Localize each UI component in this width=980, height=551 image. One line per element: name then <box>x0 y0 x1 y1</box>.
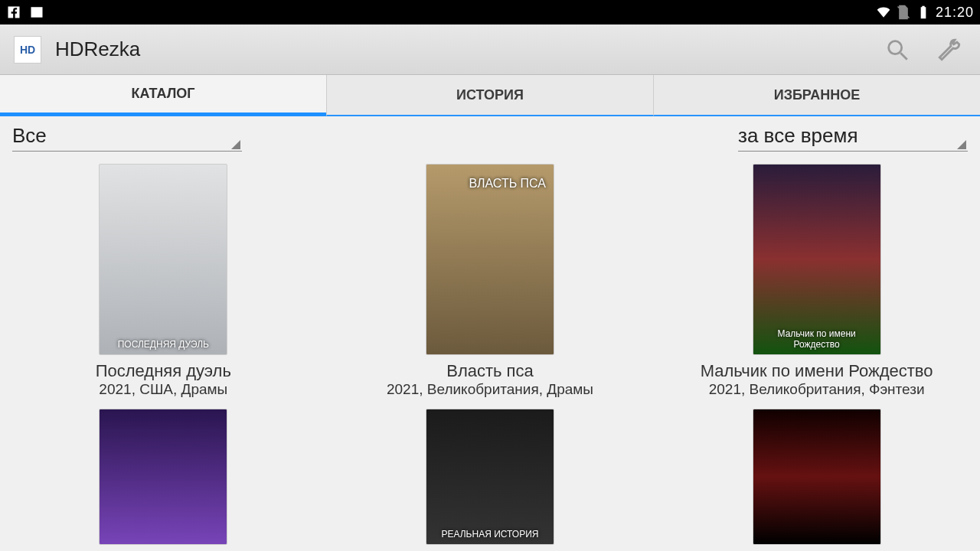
movie-meta: 2021, Великобритания, Фэнтези <box>709 381 925 398</box>
movie-title: Власть пса <box>446 361 534 381</box>
movie-cell[interactable]: ВЛАСТЬ ПСАВласть пса2021, Великобритания… <box>327 164 654 409</box>
movie-meta: 2021, США, Драмы <box>99 381 227 398</box>
movie-cell[interactable]: Мальчик по имени РождествоМальчик по име… <box>653 164 980 409</box>
settings-wrench-icon[interactable] <box>933 33 966 67</box>
app-logo: HD <box>14 36 41 64</box>
movie-title: Мальчик по имени Рождество <box>701 361 933 381</box>
clock: 21:20 <box>936 5 974 21</box>
period-spinner[interactable]: за все время <box>738 122 968 152</box>
movie-title: Последняя дуэль <box>96 361 231 381</box>
status-bar: 21:20 <box>0 0 980 24</box>
movie-poster[interactable] <box>99 409 227 545</box>
movie-cell[interactable]: ПОСЛЕДНЯЯ ДУЭЛЬПоследняя дуэль2021, США,… <box>0 164 327 409</box>
movie-cell[interactable] <box>653 409 980 551</box>
facebook-icon <box>6 5 21 20</box>
battery-icon <box>916 5 931 20</box>
wifi-icon <box>876 5 891 20</box>
category-spinner[interactable]: Все <box>12 122 242 152</box>
svg-line-1 <box>900 53 907 60</box>
movie-grid: ПОСЛЕДНЯЯ ДУЭЛЬПоследняя дуэль2021, США,… <box>0 155 980 551</box>
movie-poster[interactable]: ПОСЛЕДНЯЯ ДУЭЛЬ <box>99 164 227 355</box>
poster-overlay-text: ВЛАСТЬ ПСА <box>426 165 554 354</box>
movie-cell[interactable] <box>0 409 327 551</box>
dropdown-triangle-icon <box>231 140 240 149</box>
movie-poster[interactable]: ВЛАСТЬ ПСА <box>426 164 554 355</box>
movie-poster[interactable] <box>753 409 881 545</box>
dropdown-triangle-icon <box>957 140 966 149</box>
svg-point-0 <box>889 41 902 54</box>
no-sim-icon <box>896 5 911 20</box>
tab-label: КАТАЛОГ <box>131 86 194 102</box>
tab-bar: КАТАЛОГ ИСТОРИЯ ИЗБРАННОЕ <box>0 75 980 116</box>
movie-cell[interactable]: РЕАЛЬНАЯ ИСТОРИЯ <box>327 409 654 551</box>
filter-bar: Все за все время <box>0 116 980 155</box>
tab-favorites[interactable]: ИЗБРАННОЕ <box>653 75 980 116</box>
tab-label: ИЗБРАННОЕ <box>774 87 861 103</box>
poster-overlay-text: Мальчик по имени Рождество <box>753 165 880 354</box>
app-title: HDRezka <box>55 37 140 61</box>
movie-meta: 2021, Великобритания, Драмы <box>387 381 593 398</box>
spinner-value: за все время <box>738 124 858 147</box>
app-bar: HD HDRezka <box>0 24 980 75</box>
movie-poster[interactable]: РЕАЛЬНАЯ ИСТОРИЯ <box>426 409 554 545</box>
tab-catalog[interactable]: КАТАЛОГ <box>0 75 326 116</box>
gallery-icon <box>29 5 44 20</box>
tab-label: ИСТОРИЯ <box>456 87 524 103</box>
movie-poster[interactable]: Мальчик по имени Рождество <box>753 164 881 355</box>
poster-overlay-text: РЕАЛЬНАЯ ИСТОРИЯ <box>426 409 554 544</box>
poster-overlay-text: ПОСЛЕДНЯЯ ДУЭЛЬ <box>100 165 227 354</box>
tab-history[interactable]: ИСТОРИЯ <box>326 75 653 116</box>
search-icon[interactable] <box>880 33 914 67</box>
spinner-value: Все <box>12 124 47 147</box>
